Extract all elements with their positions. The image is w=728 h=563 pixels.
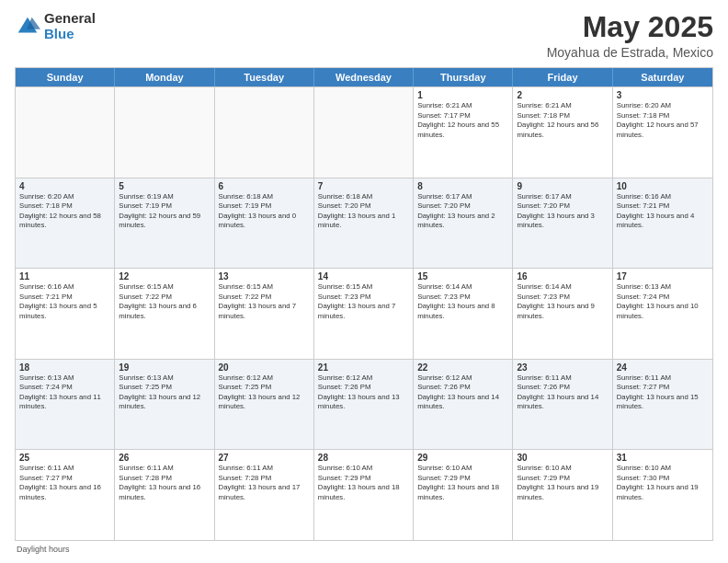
day-info: Sunrise: 6:11 AMSunset: 7:27 PMDaylight:… (617, 373, 709, 412)
day-info: Sunrise: 6:10 AMSunset: 7:30 PMDaylight:… (617, 464, 709, 502)
header-day-monday: Monday (115, 68, 214, 86)
calendar: SundayMondayTuesdayWednesdayThursdayFrid… (15, 67, 713, 541)
day-number: 7 (318, 181, 409, 191)
logo-text: General Blue (44, 11, 96, 41)
day-cell-9: 9Sunrise: 6:17 AMSunset: 7:20 PMDaylight… (513, 178, 612, 269)
page: General Blue May 2025 Moyahua de Estrada… (0, 0, 728, 563)
day-cell-10: 10Sunrise: 6:16 AMSunset: 7:21 PMDayligh… (613, 178, 712, 269)
day-info: Sunrise: 6:18 AMSunset: 7:19 PMDaylight:… (219, 192, 310, 231)
footer-note: Daylight hours (15, 545, 713, 554)
day-cell-7: 7Sunrise: 6:18 AMSunset: 7:20 PMDaylight… (314, 178, 414, 269)
day-info: Sunrise: 6:17 AMSunset: 7:20 PMDaylight:… (417, 192, 508, 231)
logo-icon (15, 14, 40, 40)
day-number: 1 (417, 90, 508, 100)
day-info: Sunrise: 6:18 AMSunset: 7:20 PMDaylight:… (318, 192, 409, 231)
day-number: 16 (517, 271, 608, 282)
day-info: Sunrise: 6:15 AMSunset: 7:22 PMDaylight:… (219, 282, 310, 321)
day-info: Sunrise: 6:10 AMSunset: 7:29 PMDaylight:… (318, 464, 409, 502)
day-cell-24: 24Sunrise: 6:11 AMSunset: 7:27 PMDayligh… (613, 360, 712, 450)
main-title: May 2025 (547, 11, 713, 43)
day-number: 11 (19, 271, 110, 282)
empty-cell (215, 87, 314, 178)
calendar-row-3: 11Sunrise: 6:16 AMSunset: 7:21 PMDayligh… (16, 268, 712, 359)
day-cell-14: 14Sunrise: 6:15 AMSunset: 7:23 PMDayligh… (314, 269, 414, 359)
day-number: 13 (219, 271, 310, 282)
day-info: Sunrise: 6:15 AMSunset: 7:22 PMDaylight:… (119, 282, 210, 321)
day-cell-11: 11Sunrise: 6:16 AMSunset: 7:21 PMDayligh… (16, 269, 115, 359)
header-day-friday: Friday (513, 68, 612, 86)
day-cell-20: 20Sunrise: 6:12 AMSunset: 7:25 PMDayligh… (215, 360, 314, 450)
calendar-row-1: 1Sunrise: 6:21 AMSunset: 7:17 PMDaylight… (16, 86, 712, 178)
day-number: 22 (417, 362, 508, 373)
calendar-row-2: 4Sunrise: 6:20 AMSunset: 7:18 PMDaylight… (16, 178, 712, 269)
day-info: Sunrise: 6:13 AMSunset: 7:24 PMDaylight:… (19, 373, 110, 412)
day-number: 28 (318, 453, 409, 463)
day-info: Sunrise: 6:11 AMSunset: 7:28 PMDaylight:… (119, 464, 210, 502)
calendar-header: SundayMondayTuesdayWednesdayThursdayFrid… (16, 68, 712, 86)
day-number: 20 (219, 362, 310, 373)
day-cell-4: 4Sunrise: 6:20 AMSunset: 7:18 PMDaylight… (16, 178, 115, 269)
day-info: Sunrise: 6:21 AMSunset: 7:17 PMDaylight:… (417, 101, 508, 140)
logo: General Blue (15, 11, 96, 41)
calendar-body: 1Sunrise: 6:21 AMSunset: 7:17 PMDaylight… (16, 86, 712, 540)
day-cell-31: 31Sunrise: 6:10 AMSunset: 7:30 PMDayligh… (613, 450, 712, 540)
day-info: Sunrise: 6:16 AMSunset: 7:21 PMDaylight:… (617, 192, 709, 231)
day-info: Sunrise: 6:11 AMSunset: 7:26 PMDaylight:… (517, 373, 608, 412)
day-info: Sunrise: 6:11 AMSunset: 7:28 PMDaylight:… (219, 464, 310, 502)
day-cell-1: 1Sunrise: 6:21 AMSunset: 7:17 PMDaylight… (414, 87, 513, 178)
header-day-tuesday: Tuesday (215, 68, 314, 86)
day-cell-12: 12Sunrise: 6:15 AMSunset: 7:22 PMDayligh… (115, 269, 214, 359)
day-cell-29: 29Sunrise: 6:10 AMSunset: 7:29 PMDayligh… (414, 450, 513, 540)
day-info: Sunrise: 6:12 AMSunset: 7:25 PMDaylight:… (219, 373, 310, 412)
day-info: Sunrise: 6:11 AMSunset: 7:27 PMDaylight:… (19, 464, 110, 502)
day-cell-23: 23Sunrise: 6:11 AMSunset: 7:26 PMDayligh… (513, 360, 612, 450)
day-info: Sunrise: 6:17 AMSunset: 7:20 PMDaylight:… (517, 192, 608, 231)
empty-cell (115, 87, 214, 178)
day-info: Sunrise: 6:20 AMSunset: 7:18 PMDaylight:… (617, 101, 709, 140)
day-info: Sunrise: 6:14 AMSunset: 7:23 PMDaylight:… (417, 282, 508, 321)
day-cell-19: 19Sunrise: 6:13 AMSunset: 7:25 PMDayligh… (115, 360, 214, 450)
subtitle: Moyahua de Estrada, Mexico (547, 45, 713, 60)
title-block: May 2025 Moyahua de Estrada, Mexico (547, 11, 713, 60)
day-number: 25 (19, 453, 110, 463)
day-cell-2: 2Sunrise: 6:21 AMSunset: 7:18 PMDaylight… (513, 87, 612, 178)
day-number: 3 (617, 90, 709, 100)
day-number: 14 (318, 271, 409, 282)
empty-cell (314, 87, 414, 178)
day-number: 10 (617, 181, 709, 191)
day-number: 31 (617, 453, 709, 463)
calendar-row-4: 18Sunrise: 6:13 AMSunset: 7:24 PMDayligh… (16, 359, 712, 450)
day-cell-13: 13Sunrise: 6:15 AMSunset: 7:22 PMDayligh… (215, 269, 314, 359)
day-cell-30: 30Sunrise: 6:10 AMSunset: 7:29 PMDayligh… (513, 450, 612, 540)
day-cell-17: 17Sunrise: 6:13 AMSunset: 7:24 PMDayligh… (613, 269, 712, 359)
day-number: 9 (517, 181, 608, 191)
day-info: Sunrise: 6:10 AMSunset: 7:29 PMDaylight:… (517, 464, 608, 502)
day-cell-21: 21Sunrise: 6:12 AMSunset: 7:26 PMDayligh… (314, 360, 414, 450)
calendar-row-5: 25Sunrise: 6:11 AMSunset: 7:27 PMDayligh… (16, 449, 712, 540)
day-number: 6 (219, 181, 310, 191)
day-info: Sunrise: 6:16 AMSunset: 7:21 PMDaylight:… (19, 282, 110, 321)
day-cell-25: 25Sunrise: 6:11 AMSunset: 7:27 PMDayligh… (16, 450, 115, 540)
day-info: Sunrise: 6:20 AMSunset: 7:18 PMDaylight:… (19, 192, 110, 231)
day-number: 12 (119, 271, 210, 282)
day-number: 21 (318, 362, 409, 373)
day-number: 19 (119, 362, 210, 373)
day-info: Sunrise: 6:21 AMSunset: 7:18 PMDaylight:… (517, 101, 608, 140)
day-number: 15 (417, 271, 508, 282)
day-info: Sunrise: 6:14 AMSunset: 7:23 PMDaylight:… (517, 282, 608, 321)
header: General Blue May 2025 Moyahua de Estrada… (15, 11, 713, 60)
day-info: Sunrise: 6:19 AMSunset: 7:19 PMDaylight:… (119, 192, 210, 231)
day-number: 17 (617, 271, 709, 282)
day-number: 23 (517, 362, 608, 373)
day-cell-16: 16Sunrise: 6:14 AMSunset: 7:23 PMDayligh… (513, 269, 612, 359)
day-cell-26: 26Sunrise: 6:11 AMSunset: 7:28 PMDayligh… (115, 450, 214, 540)
day-info: Sunrise: 6:13 AMSunset: 7:24 PMDaylight:… (617, 282, 709, 321)
day-number: 26 (119, 453, 210, 463)
header-day-wednesday: Wednesday (314, 68, 414, 86)
day-info: Sunrise: 6:12 AMSunset: 7:26 PMDaylight:… (417, 373, 508, 412)
day-number: 30 (517, 453, 608, 463)
day-cell-5: 5Sunrise: 6:19 AMSunset: 7:19 PMDaylight… (115, 178, 214, 269)
day-cell-6: 6Sunrise: 6:18 AMSunset: 7:19 PMDaylight… (215, 178, 314, 269)
day-number: 29 (417, 453, 508, 463)
day-number: 18 (19, 362, 110, 373)
